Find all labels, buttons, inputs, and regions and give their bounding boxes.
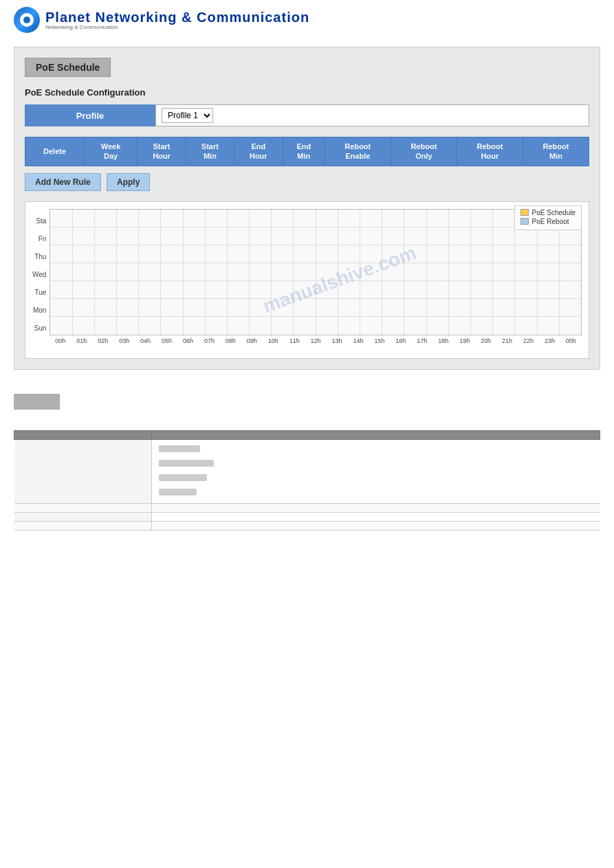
chart-rows	[50, 210, 581, 335]
chart-row-6	[50, 317, 581, 335]
x-label: 08h	[220, 337, 241, 344]
poe-schedule-card: PoE Schedule PoE Schedule Configuration …	[14, 47, 600, 370]
x-label: 18h	[432, 337, 454, 344]
desc-desc-cell	[152, 512, 600, 521]
y-label-wed: Wed	[32, 266, 46, 284]
legend-poe-schedule-icon	[520, 209, 529, 216]
x-label: 19h	[454, 337, 475, 344]
chart-y-labels: Sta Fri Thu Wed Tue Mon Sun	[32, 209, 50, 351]
y-label-fri: Fri	[32, 230, 46, 248]
chart-row-1	[50, 227, 581, 245]
main-content: PoE Schedule PoE Schedule Configuration …	[0, 40, 614, 387]
profile-select[interactable]: Profile 1 Profile 2 Profile 3 Profile 4	[162, 108, 213, 123]
placeholder-bar	[159, 460, 214, 467]
page-wrapper: Planet Networking & Communication Networ…	[0, 0, 614, 868]
logo-container: Planet Networking & Communication Networ…	[14, 7, 309, 33]
x-label: 13h	[327, 337, 348, 344]
x-label: 11h	[284, 337, 305, 344]
x-label: 20h	[475, 337, 496, 344]
desc-table-body	[14, 439, 600, 530]
profile-select-container: Profile 1 Profile 2 Profile 3 Profile 4	[155, 104, 589, 126]
x-label: 07h	[199, 337, 220, 344]
chart-grid	[50, 209, 582, 335]
th-end-min: EndMin	[283, 137, 325, 166]
chart-container: manualshive.com Sta Fri Thu Wed Tue Mon …	[25, 201, 589, 359]
logo-text: Planet Networking & Communication Networ…	[45, 10, 309, 30]
profile-row: Profile Profile 1 Profile 2 Profile 3 Pr…	[25, 104, 589, 126]
lower-title-bar	[14, 394, 60, 410]
page-title: PoE Schedule	[36, 62, 100, 73]
x-label: 05h	[156, 337, 177, 344]
x-label: 03h	[113, 337, 135, 344]
desc-desc-cell	[152, 503, 600, 512]
y-label-sun: Sun	[32, 320, 46, 337]
desc-desc-cell	[152, 439, 600, 503]
chart-row-0	[50, 210, 581, 227]
th-reboot-hour: RebootHour	[457, 137, 523, 166]
x-label: 12h	[305, 337, 327, 344]
placeholder-bar	[159, 445, 200, 452]
legend-poe-reboot-icon	[520, 218, 529, 225]
legend-poe-reboot-label: PoE Reboot	[532, 218, 569, 225]
x-label: 16h	[390, 337, 411, 344]
th-start-hour: StartHour	[137, 137, 186, 166]
chart-row-3	[50, 263, 581, 281]
chart-x-labels: 00h 01h 02h 03h 04h 05h 06h 07h 08h 09h …	[50, 335, 582, 344]
rules-table: Delete WeekDay StartHour StartMin EndHou…	[25, 137, 589, 166]
th-reboot-min: RebootMin	[523, 137, 589, 166]
chart-row-5	[50, 299, 581, 317]
th-start-min: StartMin	[186, 137, 234, 166]
x-label: 00h	[50, 337, 71, 344]
add-new-rule-button[interactable]: Add New Rule	[25, 173, 101, 191]
table-row	[14, 512, 600, 521]
chart-area: 00h 01h 02h 03h 04h 05h 06h 07h 08h 09h …	[50, 209, 582, 351]
th-delete: Delete	[25, 137, 85, 166]
description-table	[14, 430, 600, 531]
x-label: 15h	[369, 337, 390, 344]
section-title: PoE Schedule Configuration	[25, 87, 589, 98]
x-label: 14h	[348, 337, 369, 344]
desc-desc-cell	[152, 521, 600, 530]
x-label: 02h	[92, 337, 113, 344]
x-label: 00h	[560, 337, 582, 344]
table-row	[14, 503, 600, 512]
placeholder-bar	[159, 474, 207, 481]
chart-inner: Sta Fri Thu Wed Tue Mon Sun	[32, 209, 582, 351]
lower-title	[22, 397, 52, 407]
y-label-thu: Thu	[32, 248, 46, 266]
desc-th-param	[14, 430, 152, 439]
logo-icon	[14, 7, 40, 33]
y-label-mon: Mon	[32, 302, 46, 320]
btn-actions: Add New Rule Apply	[25, 173, 589, 191]
x-label: 22h	[518, 337, 539, 344]
desc-param-cell	[14, 512, 152, 521]
desc-table-header-row	[14, 430, 600, 439]
th-week-day: WeekDay	[85, 137, 138, 166]
y-label-sta: Sta	[32, 212, 46, 230]
desc-param-cell	[14, 521, 152, 530]
legend-poe-reboot: PoE Reboot	[520, 218, 575, 225]
table-header-row: Delete WeekDay StartHour StartMin EndHou…	[25, 137, 589, 166]
y-label-tue: Tue	[32, 284, 46, 302]
x-label: 17h	[411, 337, 432, 344]
desc-th-desc	[152, 430, 600, 439]
x-label: 04h	[135, 337, 156, 344]
th-reboot-only: RebootOnly	[391, 137, 457, 166]
x-label: 21h	[496, 337, 518, 344]
apply-button[interactable]: Apply	[107, 173, 150, 191]
table-row	[14, 439, 600, 503]
desc-param-cell	[14, 503, 152, 512]
x-label: 23h	[539, 337, 560, 344]
chart-row-2	[50, 245, 581, 263]
logo-planet-text: Planet Networking & Communication	[45, 10, 309, 24]
th-reboot-enable: RebootEnable	[325, 137, 391, 166]
table-row	[14, 521, 600, 530]
x-label: 10h	[263, 337, 284, 344]
chart-legend: PoE Schedule PoE Reboot	[514, 205, 582, 230]
chart-row-4	[50, 281, 581, 299]
profile-label: Profile	[25, 104, 155, 126]
x-label: 01h	[71, 337, 92, 344]
desc-param-cell	[14, 439, 152, 503]
logo-subtitle-text: Networking & Communication	[45, 24, 309, 30]
th-end-hour: EndHour	[234, 137, 283, 166]
